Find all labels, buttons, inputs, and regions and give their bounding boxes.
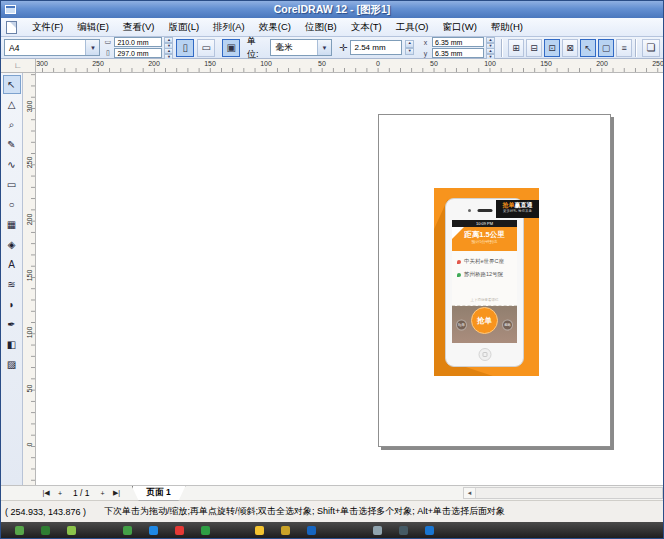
page-tab[interactable]: 页面 1 (132, 486, 186, 501)
nudge-offset-icon: ✛ (339, 42, 347, 53)
ruler-origin-icon[interactable]: ∟ (1, 59, 36, 72)
last-page-button[interactable]: ▶| (110, 489, 124, 497)
menu-item-工具[interactable]: 工具(O) (389, 19, 436, 36)
taskbar-app-icon[interactable] (41, 526, 50, 535)
landscape-button[interactable]: ▭ (197, 39, 215, 57)
zoom-tool[interactable]: ⌕ (3, 115, 21, 134)
taskbar-app-icon[interactable] (307, 526, 316, 535)
horizontal-scrollbar[interactable]: ◂ (463, 487, 663, 499)
text-tool[interactable]: A (3, 255, 21, 274)
drawing-canvas[interactable]: 10:09 PM 距离1.5公里 预计5分钟到达 中关村e世界C座 (36, 73, 663, 485)
h-ruler-label: 100 (260, 60, 272, 67)
taskbar-app-icon[interactable] (175, 526, 184, 535)
eta-subtitle: 预计5分钟到达 (452, 239, 517, 244)
menu-item-文件[interactable]: 文件(F) (25, 19, 70, 36)
taskbar-app-icon[interactable] (67, 526, 76, 535)
menu-item-编辑[interactable]: 编辑(E) (70, 19, 116, 36)
scroll-left-icon[interactable]: ◂ (464, 488, 476, 498)
rectangle-tool[interactable]: ▭ (3, 175, 21, 194)
menu-item-位图[interactable]: 位图(B) (298, 19, 344, 36)
units-label: 单位: (247, 35, 267, 61)
eyedropper-tool[interactable]: ◗ (3, 295, 21, 314)
taskbar-app-icon[interactable] (149, 526, 158, 535)
treat-as-filled-button[interactable]: ↖ (580, 39, 596, 57)
interactive-fill-tool[interactable]: ▨ (3, 355, 21, 374)
page-a4[interactable]: 10:09 PM 距离1.5公里 预计5分钟到达 中关村e世界C座 (378, 114, 611, 447)
phone-ad-image[interactable]: 10:09 PM 距离1.5公里 预计5分钟到达 中关村e世界C座 (434, 188, 539, 376)
duplicate-x-field[interactable]: 6.35 mm (432, 37, 484, 47)
document-properties-button[interactable]: ❏ (642, 39, 660, 57)
paper-width-field[interactable]: 210.0 mm (114, 37, 162, 47)
marquee-select-button[interactable]: ▢ (598, 39, 614, 57)
add-page-after-button[interactable]: + (96, 490, 110, 497)
coreldraw-window: CorelDRAW 12 - [图形1] 文件(F)编辑(E)查看(V)版面(L… (0, 0, 664, 539)
h-ruler-label: 100 (484, 60, 496, 67)
promo-badge-title: 抢单赢直通 (496, 202, 539, 209)
snap-to-objects-button[interactable]: ⊡ (544, 39, 560, 57)
h-ruler-label: 250 (92, 60, 104, 67)
paper-height-field[interactable]: 297.0 mm (114, 48, 162, 58)
pick-tool[interactable]: ↖ (3, 75, 21, 94)
interactive-blend-tool[interactable]: ≋ (3, 275, 21, 294)
chevron-down-icon[interactable]: ▼ (317, 40, 331, 55)
dynamic-guides-button[interactable]: ⊠ (562, 39, 578, 57)
paper-size-combo[interactable]: A4 ▼ (4, 39, 100, 56)
document-icon[interactable] (6, 21, 17, 34)
taskbar-app-icon[interactable] (123, 526, 132, 535)
v-ruler-label: 150 (26, 269, 33, 282)
order-card: 中关村e世界C座 苏州桥路12号院 上下滑动查看详情 (452, 251, 517, 306)
graph-paper-tool[interactable]: ▦ (3, 215, 21, 234)
horizontal-ruler[interactable]: 30025020015010050050100150200250 (36, 59, 663, 72)
chevron-down-icon[interactable]: ▼ (85, 40, 99, 55)
menu-item-版面[interactable]: 版面(L) (161, 19, 206, 36)
vertical-ruler[interactable]: 300250200150100500 (23, 73, 36, 485)
all-pages-button[interactable]: ▣ (222, 39, 240, 57)
outline-tool[interactable]: ✒ (3, 315, 21, 334)
snap-to-grid-button[interactable]: ⊞ (508, 39, 524, 57)
nudge-offset-spinner[interactable]: ▲▼ (405, 40, 414, 55)
duplicate-x-icon: x (421, 39, 430, 46)
smart-drawing-tool[interactable]: ∿ (3, 155, 21, 174)
phone-header: 距离1.5公里 预计5分钟到达 (452, 227, 517, 251)
taskbar-app-icon[interactable] (255, 526, 264, 535)
paper-height-icon: ▯ (103, 49, 112, 57)
taskbar-app-icon[interactable] (373, 526, 382, 535)
taskbar-app-icon[interactable] (281, 526, 290, 535)
paper-width-spinner[interactable]: ▲▼ (164, 37, 173, 47)
title-bar[interactable]: CorelDRAW 12 - [图形1] (1, 1, 663, 18)
duplicate-x-spinner[interactable]: ▲▼ (486, 37, 495, 47)
menu-item-窗口[interactable]: 窗口(W) (436, 19, 484, 36)
portrait-button[interactable]: ▯ (176, 39, 194, 57)
freehand-tool[interactable]: ✎ (3, 135, 21, 154)
v-ruler-label: 200 (26, 213, 33, 226)
first-page-button[interactable]: |◀ (39, 489, 53, 497)
basic-shapes-tool[interactable]: ◈ (3, 235, 21, 254)
paper-height-spinner[interactable]: ▲▼ (164, 48, 173, 58)
menu-item-查看[interactable]: 查看(V) (116, 19, 162, 36)
dropoff-pin-icon (457, 273, 461, 277)
ellipse-tool[interactable]: ○ (3, 195, 21, 214)
grab-order-button: 抢单 (471, 307, 498, 334)
taskbar-app-icon[interactable] (15, 526, 24, 535)
snap-to-guidelines-button[interactable]: ⊟ (526, 39, 542, 57)
windows-taskbar[interactable] (1, 522, 663, 538)
taskbar-app-icon[interactable] (425, 526, 434, 535)
nudge-offset-field[interactable]: 2.54 mm (350, 40, 402, 55)
units-combo[interactable]: 毫米 ▼ (270, 39, 332, 56)
property-options-button[interactable]: ≡ (616, 39, 632, 57)
fill-tool[interactable]: ◧ (3, 335, 21, 354)
menu-item-文本[interactable]: 文本(T) (344, 19, 389, 36)
duplicate-y-spinner[interactable]: ▲▼ (486, 48, 495, 58)
duplicate-y-field[interactable]: 6.35 mm (432, 48, 484, 58)
shape-tool[interactable]: △ (3, 95, 21, 114)
h-ruler-label: 50 (430, 60, 438, 67)
add-page-before-button[interactable]: + (53, 490, 67, 497)
menu-item-帮助[interactable]: 帮助(H) (484, 19, 530, 36)
taskbar-app-icon[interactable] (399, 526, 408, 535)
taskbar-app-icon[interactable] (201, 526, 210, 535)
menu-item-效果[interactable]: 效果(C) (252, 19, 298, 36)
phone-screen: 10:09 PM 距离1.5公里 预计5分钟到达 中关村e世界C座 (452, 220, 517, 343)
menu-item-排列[interactable]: 排列(A) (206, 19, 252, 36)
dropoff-address: 苏州桥路12号院 (464, 271, 503, 278)
promo-badge-subtitle: 更多好礼 等你来拿 (496, 209, 539, 213)
